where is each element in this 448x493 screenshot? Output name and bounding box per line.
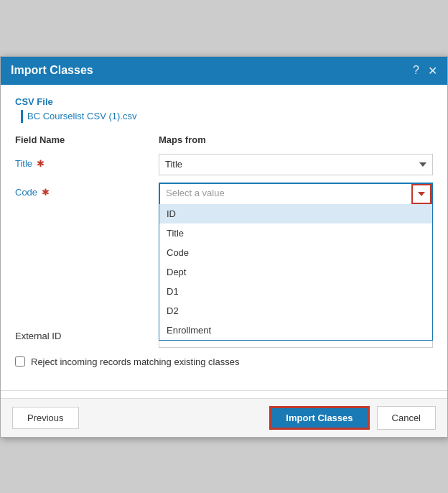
field-label-code: Code ✱ [15, 183, 159, 198]
reject-checkbox-label: Reject incoming records matching existin… [31, 356, 239, 367]
dropdown-item-title[interactable]: Title [159, 224, 432, 243]
footer-right-buttons: Import Classes Cancel [269, 406, 436, 430]
title-select-value: Title [165, 159, 182, 170]
field-mapping-table: Field Name Maps from Title ✱ Title [15, 134, 433, 348]
import-classes-button[interactable]: Import Classes [269, 406, 369, 430]
code-chevron-icon [418, 192, 425, 196]
csv-file-row: BC Courselist CSV (1).csv [15, 110, 433, 123]
dialog-header: Import Classes ? ✕ [1, 57, 447, 85]
reject-checkbox-row: Reject incoming records matching existin… [15, 356, 433, 367]
cancel-button[interactable]: Cancel [377, 406, 436, 430]
col-header-maps-from: Maps from [159, 134, 433, 145]
field-control-code: Select a value ID Title Code Dept D1 D2 … [159, 183, 433, 204]
dropdown-item-enrollment[interactable]: Enrollment [159, 321, 432, 340]
field-label-title: Title ✱ [15, 154, 159, 169]
field-row-code: Code ✱ Select a value ID Title Code [15, 183, 433, 204]
required-star-code: ✱ [39, 187, 50, 198]
dropdown-item-code[interactable]: Code [159, 243, 432, 262]
csv-section: CSV File BC Courselist CSV (1).csv [15, 96, 433, 123]
dropdown-item-d2[interactable]: D2 [159, 301, 432, 321]
col-header-field-name: Field Name [15, 134, 159, 145]
csv-bar-decoration [21, 110, 23, 123]
reject-checkbox[interactable] [15, 356, 25, 367]
header-icons: ? ✕ [413, 64, 437, 78]
help-icon[interactable]: ? [413, 64, 419, 77]
field-label-external-id: External ID [15, 326, 159, 341]
code-select-open[interactable]: Select a value [159, 183, 433, 204]
column-headers: Field Name Maps from [15, 134, 433, 148]
field-row-title: Title ✱ Title [15, 154, 433, 175]
required-star-title: ✱ [34, 158, 45, 169]
code-select-placeholder: Select a value [160, 184, 409, 204]
import-classes-dialog: Import Classes ? ✕ CSV File BC Courselis… [0, 56, 448, 438]
footer-divider [1, 390, 447, 391]
field-control-title: Title [159, 154, 433, 175]
dropdown-item-d1[interactable]: D1 [159, 282, 432, 301]
dialog-footer: Previous Import Classes Cancel [1, 398, 447, 437]
title-chevron-icon [419, 162, 426, 167]
title-select[interactable]: Title [159, 154, 433, 175]
dropdown-item-dept[interactable]: Dept [159, 262, 432, 282]
code-dropdown-list: ID Title Code Dept D1 D2 Enrollment [159, 204, 433, 341]
dropdown-item-id[interactable]: ID [159, 204, 432, 224]
csv-label: CSV File [15, 96, 433, 107]
csv-filename: BC Courselist CSV (1).csv [27, 111, 136, 121]
previous-button[interactable]: Previous [12, 407, 79, 429]
code-dropdown-btn[interactable] [411, 184, 431, 204]
title-dropdown-btn[interactable] [419, 162, 426, 167]
dialog-body: CSV File BC Courselist CSV (1).csv Field… [1, 85, 447, 390]
close-icon[interactable]: ✕ [428, 64, 437, 78]
dialog-title: Import Classes [11, 64, 93, 77]
